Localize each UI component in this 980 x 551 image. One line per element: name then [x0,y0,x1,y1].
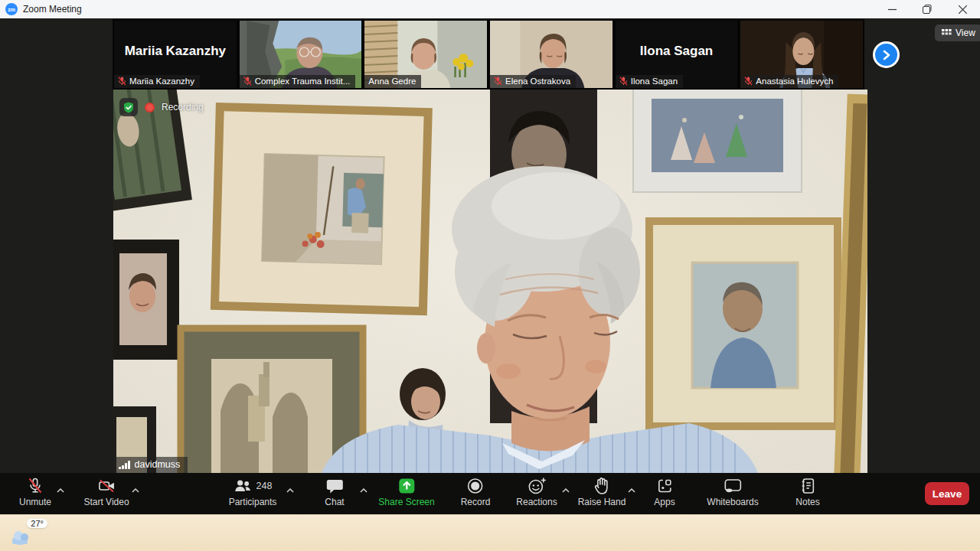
recording-indicator: Recording [119,98,204,116]
muted-microphone-icon [26,477,44,495]
reactions-button[interactable]: Reactions [516,476,557,507]
unmute-button[interactable]: Unmute [19,476,51,507]
reactions-options-chevron[interactable] [562,482,570,496]
participant-tile-anastasia-hulevych[interactable]: Anastasia Hulevych [739,19,864,90]
participant-name-label: Mariia Kazanzhy [114,75,200,88]
recording-dot-icon [145,103,155,112]
meeting-area: Mariia Kazanzhy Mariia Kazanzhy [0,18,980,514]
active-speaker-label: davidmuss [113,457,188,473]
notes-button[interactable]: Notes [795,476,819,507]
apps-button[interactable]: Apps [654,476,675,507]
participant-name-label: Elena Ostrakova [490,75,576,88]
whiteboards-button[interactable]: Whiteboards [707,476,758,507]
participants-count: 248 [256,481,273,491]
audio-options-chevron[interactable] [57,482,64,496]
leave-button[interactable]: Leave [925,482,969,505]
chat-options-chevron[interactable] [360,482,368,496]
muted-mic-icon [118,77,126,86]
share-screen-button[interactable]: Share Screen [378,476,434,507]
zoom-meeting-window: zm Zoom Meeting Mariia Kazanzhy Mari [0,0,980,551]
view-button[interactable]: View [935,24,980,41]
raise-hand-options-chevron[interactable] [628,482,635,496]
participant-name-label: Ilona Sagan [616,75,683,88]
security-shield-icon[interactable] [119,98,138,116]
participant-display-name: Mariia Kazanzhy [114,44,237,59]
raise-hand-icon [593,477,610,495]
zoom-app-icon: zm [5,3,18,15]
chat-bubble-icon [325,478,344,494]
main-video-scene [113,90,867,473]
whiteboard-icon [723,478,743,494]
grid-view-icon [942,29,952,37]
video-options-chevron[interactable] [132,482,139,496]
weather-temperature: 27° [27,519,47,528]
share-screen-icon [397,477,416,495]
participant-tile-ilona-sagan[interactable]: Ilona Sagan Ilona Sagan [614,19,740,90]
participant-name-label: Complex Trauma Instit... [240,75,356,88]
muted-mic-icon [619,77,628,86]
participants-icon [234,478,253,494]
meeting-toolbar: Unmute Start Video 248 Participants [0,473,980,514]
window-titlebar: zm Zoom Meeting [0,0,980,18]
video-off-icon [96,477,116,495]
weather-cloud-icon [11,529,34,546]
window-title: Zoom Meeting [23,4,82,15]
record-button[interactable]: Record [461,476,491,507]
participant-display-name: Ilona Sagan [616,44,738,59]
participants-options-chevron[interactable] [286,482,294,496]
restore-button[interactable] [910,0,945,18]
participant-tile-anna-gedre[interactable]: Anna Gedre [363,19,488,90]
reactions-smiley-icon [527,477,547,495]
minimize-button[interactable] [874,0,910,18]
audio-level-icon [119,461,130,469]
recording-label: Recording [162,102,204,112]
participants-button[interactable]: 248 Participants [229,476,277,507]
main-speaker-video[interactable]: Recording davidmuss [113,90,867,473]
notes-icon [799,477,816,495]
windows-taskbar: 27° [0,514,980,551]
muted-mic-icon [744,77,753,86]
participant-name-label: Anastasia Hulevych [740,75,838,88]
participant-tile-mariia-kazanzhy[interactable]: Mariia Kazanzhy Mariia Kazanzhy [113,19,238,90]
close-button[interactable] [945,0,980,18]
muted-mic-icon [494,77,502,86]
chevron-right-icon [882,50,891,60]
participant-tile-complex-trauma-institute[interactable]: Complex Trauma Instit... [238,19,364,90]
apps-icon [655,477,674,495]
record-icon [466,477,485,495]
participant-strip: Mariia Kazanzhy Mariia Kazanzhy [113,19,864,90]
muted-mic-icon [243,77,252,86]
participant-tile-elena-ostrakova[interactable]: Elena Ostrakova [488,19,614,90]
raise-hand-button[interactable]: Raise Hand [578,476,626,507]
participant-name-label: Anna Gedre [364,75,421,88]
start-video-button[interactable]: Start Video [83,476,129,507]
next-videos-button[interactable] [873,41,900,68]
weather-widget[interactable]: 27° [11,520,46,547]
chat-button[interactable]: Chat [325,476,344,507]
